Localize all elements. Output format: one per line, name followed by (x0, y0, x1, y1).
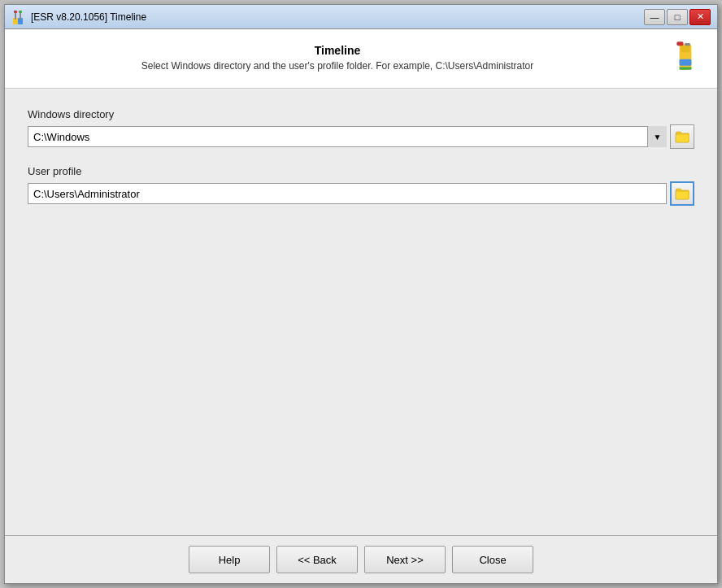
windows-directory-browse-button[interactable] (670, 124, 694, 149)
maximize-button[interactable]: □ (667, 9, 688, 25)
title-bar: [ESR v8.20.1056] Timeline — □ ✕ (5, 5, 717, 29)
windows-directory-group: Windows directory C:\Windows ▼ (28, 108, 694, 149)
header-title: Timeline (18, 44, 657, 57)
help-button[interactable]: Help (189, 546, 270, 573)
svg-rect-9 (685, 43, 690, 46)
app-icon (11, 10, 26, 24)
header-text-block: Timeline Select Windows directory and th… (18, 44, 657, 72)
windows-directory-row: C:\Windows ▼ (28, 124, 694, 149)
user-profile-label: User profile (28, 165, 694, 177)
windows-directory-select[interactable]: C:\Windows (28, 126, 667, 147)
user-profile-folder-icon (675, 187, 689, 200)
main-window: [ESR v8.20.1056] Timeline — □ ✕ Timeline… (4, 4, 718, 584)
windows-directory-label: Windows directory (28, 108, 694, 120)
main-content: Windows directory C:\Windows ▼ User (5, 89, 717, 535)
minimize-button[interactable]: — (644, 9, 665, 25)
footer-section: Help << Back Next >> Close (5, 535, 717, 583)
svg-rect-10 (680, 59, 692, 66)
svg-rect-2 (14, 11, 17, 13)
window-title: [ESR v8.20.1056] Timeline (31, 11, 644, 23)
svg-rect-11 (680, 68, 692, 70)
next-button[interactable]: Next >> (364, 546, 446, 573)
header-section: Timeline Select Windows directory and th… (5, 29, 717, 89)
user-profile-group: User profile (28, 165, 694, 206)
svg-rect-5 (19, 11, 22, 13)
user-profile-browse-button[interactable] (670, 181, 694, 206)
user-profile-input[interactable] (28, 183, 667, 204)
close-button[interactable]: Close (452, 546, 533, 573)
user-profile-row (28, 181, 694, 206)
close-window-button[interactable]: ✕ (689, 9, 711, 25)
back-button[interactable]: << Back (276, 546, 358, 573)
windows-directory-dropdown-wrapper: C:\Windows ▼ (28, 126, 667, 147)
window-controls: — □ ✕ (644, 9, 711, 25)
folder-icon (675, 130, 689, 143)
svg-rect-8 (676, 41, 683, 46)
header-logo-icon (667, 39, 704, 76)
svg-rect-7 (681, 46, 690, 52)
header-subtitle: Select Windows directory and the user's … (18, 60, 657, 72)
